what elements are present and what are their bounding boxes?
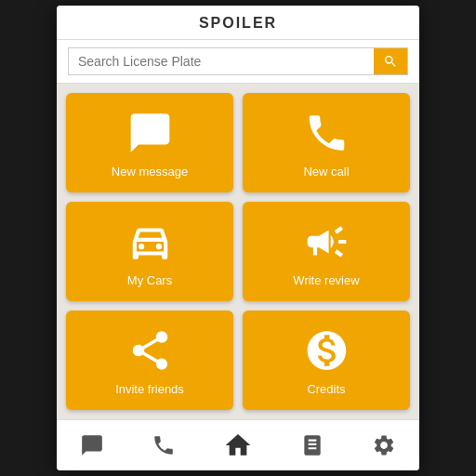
app-title: SPOILER bbox=[199, 15, 277, 31]
tile-credits[interactable]: Credits bbox=[243, 311, 410, 410]
phone-nav-icon bbox=[152, 433, 176, 457]
tile-new-message-label: New message bbox=[112, 165, 188, 178]
app-header: SPOILER bbox=[57, 6, 419, 40]
nav-item-home[interactable] bbox=[216, 427, 260, 464]
search-input[interactable] bbox=[68, 47, 374, 75]
tile-write-review-label: Write review bbox=[293, 273, 359, 287]
bottom-navigation bbox=[57, 419, 419, 470]
tile-write-review[interactable]: Write review bbox=[243, 202, 410, 301]
chat-nav-icon bbox=[80, 433, 104, 457]
share-icon bbox=[122, 325, 178, 377]
phone-container: SPOILER New message bbox=[57, 6, 419, 470]
tile-invite-friends-label: Invite friends bbox=[115, 382, 184, 396]
nav-item-settings[interactable] bbox=[364, 430, 403, 461]
nav-item-book[interactable] bbox=[293, 430, 332, 461]
moneybag-icon bbox=[298, 325, 354, 377]
tile-grid: New message New call My Cars bbox=[57, 84, 419, 419]
tile-new-call-label: New call bbox=[303, 165, 349, 178]
svg-point-1 bbox=[155, 244, 161, 249]
home-nav-icon bbox=[223, 430, 253, 460]
search-icon bbox=[383, 54, 398, 69]
search-button[interactable] bbox=[374, 47, 408, 75]
phone-icon bbox=[298, 108, 354, 159]
search-bar bbox=[57, 40, 419, 84]
tile-credits-label: Credits bbox=[307, 382, 345, 396]
message-icon bbox=[122, 108, 178, 159]
car-icon bbox=[122, 217, 178, 268]
svg-point-0 bbox=[139, 244, 144, 249]
tile-new-message[interactable]: New message bbox=[66, 93, 233, 192]
megaphone-icon bbox=[298, 217, 354, 268]
gear-nav-icon bbox=[372, 433, 396, 457]
tile-invite-friends[interactable]: Invite friends bbox=[66, 311, 233, 410]
tile-my-cars[interactable]: My Cars bbox=[66, 202, 233, 301]
tile-new-call[interactable]: New call bbox=[243, 93, 410, 192]
tile-my-cars-label: My Cars bbox=[127, 273, 172, 287]
nav-item-call[interactable] bbox=[144, 430, 183, 461]
book-nav-icon bbox=[300, 433, 324, 457]
nav-item-chat[interactable] bbox=[73, 430, 112, 461]
